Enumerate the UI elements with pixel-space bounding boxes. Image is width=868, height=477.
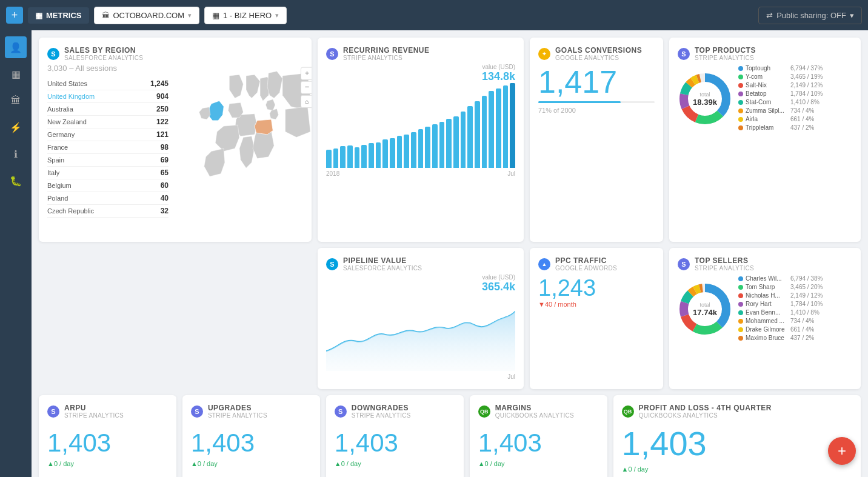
sellers-legend-item: Charles Wil...6,794 / 38% xyxy=(738,275,852,282)
svg-text:−: − xyxy=(305,82,310,92)
region-value: 122 xyxy=(156,118,169,126)
ppc-value: 1,243 xyxy=(538,276,655,299)
bar-item xyxy=(382,139,388,168)
legend-product-nums: 3,465 / 19% xyxy=(790,73,823,80)
stripe-icon-upgrades: S xyxy=(191,405,203,418)
products-total-text: total xyxy=(693,92,717,98)
pipeline-x-label: Jul xyxy=(326,372,515,381)
legend-product-name: Betatop xyxy=(746,90,788,97)
bar-item xyxy=(425,127,430,168)
legend-color-dot xyxy=(738,108,743,113)
legend-product-nums: 734 / 4% xyxy=(790,107,814,114)
sidebar-icon-flash[interactable]: ⚡ xyxy=(5,116,27,138)
legend-seller-nums: 1,410 / 8% xyxy=(790,309,820,316)
svg-text:+: + xyxy=(305,68,310,78)
region-value: 32 xyxy=(161,207,169,215)
sidebar-icon-bug[interactable]: 🐛 xyxy=(5,170,27,192)
bar-item xyxy=(361,145,367,168)
sharing-label: Public sharing: OFF xyxy=(776,11,846,20)
legend-product-nums: 1,410 / 8% xyxy=(790,99,820,105)
stripe-icon-revenue: S xyxy=(326,48,338,60)
sharing-button[interactable]: ⇄ Public sharing: OFF ▾ xyxy=(758,7,862,24)
legend-product-nums: 661 / 4% xyxy=(790,116,814,122)
region-row: Australia250 xyxy=(47,103,169,116)
sellers-legend-item: Evan Benn...1,410 / 8% xyxy=(738,309,852,316)
legend-product-name: Salt-Nix xyxy=(746,82,788,88)
board-dropdown[interactable]: ▦ 1 - BIZ HERO ▾ xyxy=(204,7,287,24)
chevron-down-icon-3: ▾ xyxy=(850,11,854,20)
margins-subtitle: QUICKBOOKS Analytics xyxy=(495,412,574,419)
share-icon: ⇄ xyxy=(766,11,773,20)
sellers-donut: total 17.74k xyxy=(678,282,732,336)
region-value: 250 xyxy=(156,105,169,113)
region-value: 1,245 xyxy=(150,79,169,88)
goals-title: GOALS CONVERSIONS xyxy=(555,46,642,55)
region-value: 69 xyxy=(161,156,169,164)
sales-region-header: S SALES BY REGION SALESFORCE Analytics xyxy=(47,46,303,61)
stripe-icon-sellers: S xyxy=(678,258,690,270)
region-rows: United States1,245United Kingdom904Austr… xyxy=(47,78,169,218)
region-row: Czech Republic32 xyxy=(47,205,169,218)
sales-region-title: SALES BY REGION xyxy=(64,46,143,55)
legend-color-dot xyxy=(738,310,743,315)
metrics-button[interactable]: ▦ METRICS xyxy=(28,7,89,24)
profit-loss-subtitle: QUICKBOOKS Analytics xyxy=(639,412,772,419)
sidebar-icon-user[interactable]: 👤 xyxy=(5,36,27,58)
region-row: Italy65 xyxy=(47,167,169,179)
products-legend-item: Betatop1,784 / 10% xyxy=(738,90,852,97)
goals-progress-fill xyxy=(538,101,621,103)
qb-icon-profit: QB xyxy=(622,405,634,418)
bar-item xyxy=(369,143,374,168)
sellers-subtitle: STRIPE Analytics xyxy=(695,265,754,272)
margins-value: 1,403 xyxy=(478,429,599,458)
legend-color-dot xyxy=(738,117,743,122)
sellers-legend: Charles Wil...6,794 / 38%Tom Sharp3,465 … xyxy=(738,275,852,343)
europe-map-svg: + − ⌂ xyxy=(173,64,312,233)
bottom-row: S ARPU STRIPE Analytics 1,403 ▲0 / day S… xyxy=(39,395,861,477)
map-controls-group[interactable]: + − ⌂ xyxy=(301,67,312,107)
stripe-icon-products: S xyxy=(678,48,690,60)
bar-item xyxy=(404,135,409,168)
region-map: + − ⌂ xyxy=(173,64,312,233)
arpu-delta: ▲0 / day xyxy=(47,460,168,467)
bar-item xyxy=(439,122,445,168)
sidebar-icon-dashboard[interactable]: ▦ xyxy=(5,63,27,85)
pipeline-value: 365.4k xyxy=(326,281,515,293)
upgrades-header: S UPGRADES STRIPE Analytics xyxy=(191,404,312,419)
region-name: Czech Republic xyxy=(47,207,94,215)
revenue-header: S RECURRING REVENUE STRIPE Analytics xyxy=(326,46,515,61)
main-content: S SALES BY REGION SALESFORCE Analytics 3… xyxy=(32,30,868,477)
board-icon: ▦ xyxy=(212,11,219,20)
legend-seller-name: Evan Benn... xyxy=(746,309,788,316)
pipeline-area-chart xyxy=(326,298,515,371)
legend-product-nums: 6,794 / 37% xyxy=(790,65,823,72)
region-name: France xyxy=(47,144,68,151)
sellers-legend-item: Maximo Bruce437 / 2% xyxy=(738,335,852,341)
region-name: Belgium xyxy=(47,182,72,189)
revenue-bar-chart xyxy=(326,83,515,168)
org-dropdown[interactable]: 🏛 OCTOBOARD.COM ▾ xyxy=(94,7,200,24)
sidebar-icon-bank[interactable]: 🏛 xyxy=(5,90,27,112)
ppc-header: ▲ PPC TRAFFIC GOOGLE ADWORDS xyxy=(538,256,655,272)
recurring-revenue-card: S RECURRING REVENUE STRIPE Analytics val… xyxy=(318,38,524,242)
add-button[interactable]: + xyxy=(6,7,23,24)
region-row: New Zealand122 xyxy=(47,116,169,128)
sidebar-icon-info[interactable]: ℹ xyxy=(5,143,27,165)
google-icon: ✦ xyxy=(538,48,550,60)
legend-seller-name: Drake Gilmore xyxy=(746,326,788,333)
bar-item xyxy=(496,88,501,168)
bar-item xyxy=(355,147,360,168)
fab-add-button[interactable]: + xyxy=(828,437,856,465)
products-total-val: 18.39k xyxy=(693,98,717,107)
products-donut: total 18.39k xyxy=(678,72,732,126)
region-total-sublabel: All sessions xyxy=(75,64,117,73)
region-name: United States xyxy=(47,80,87,87)
legend-product-nums: 1,784 / 10% xyxy=(790,90,823,97)
chevron-down-icon: ▾ xyxy=(188,12,192,19)
arpu-subtitle: STRIPE Analytics xyxy=(64,412,124,419)
region-row: Germany121 xyxy=(47,128,169,141)
legend-product-name: Airla xyxy=(746,116,788,122)
adwords-icon: ▲ xyxy=(538,258,550,270)
bar-item xyxy=(418,129,424,168)
region-name: Poland xyxy=(47,195,68,202)
